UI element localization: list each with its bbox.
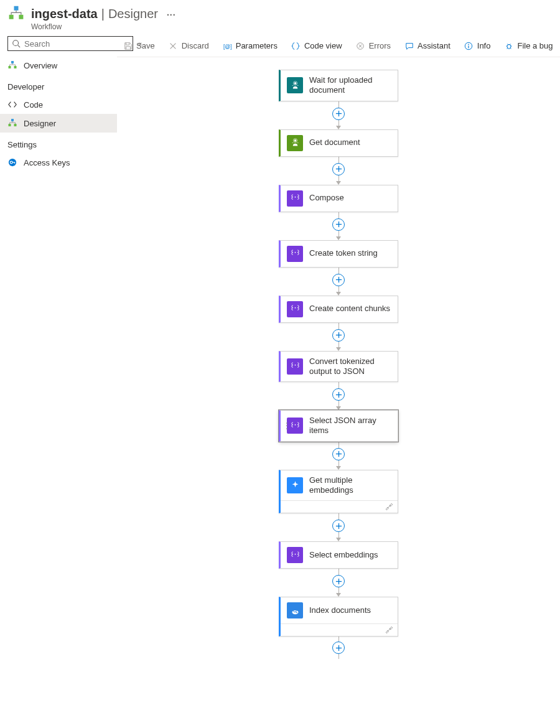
- nav-label: Access Keys: [24, 158, 70, 167]
- connector: [332, 101, 345, 129]
- nav-item-access-keys[interactable]: Access Keys: [0, 153, 117, 172]
- svg-text:[@]: [@]: [223, 43, 231, 49]
- save-button[interactable]: Save: [119, 39, 159, 53]
- svg-rect-10: [14, 124, 17, 126]
- workflow-node[interactable]: Index documents 🔗︎: [279, 597, 398, 637]
- parameters-icon: [@]: [223, 41, 232, 50]
- add-step-button[interactable]: [332, 108, 345, 120]
- node-type-icon: [287, 135, 303, 151]
- node-footer: 🔗︎: [281, 623, 398, 636]
- add-step-button[interactable]: [332, 575, 345, 587]
- nav-item-designer[interactable]: Designer: [0, 114, 117, 133]
- tool-label: Errors: [369, 41, 391, 50]
- workflow-node[interactable]: Wait for uploaded document: [279, 70, 398, 101]
- header-more-button[interactable]: ···: [167, 10, 176, 20]
- assistant-button[interactable]: Assistant: [401, 39, 454, 53]
- node-title: Index documents: [309, 605, 371, 615]
- add-step-button[interactable]: [332, 163, 345, 175]
- errors-icon: [356, 41, 365, 50]
- link-icon: 🔗︎: [385, 626, 393, 635]
- node-title: Select JSON array items: [309, 416, 391, 436]
- nav-item-code[interactable]: Code: [0, 95, 117, 114]
- chat-icon: [404, 41, 414, 50]
- node-title: Get multiple embeddings: [309, 475, 391, 496]
- workflow-node[interactable]: Get multiple embeddings 🔗︎: [279, 470, 398, 514]
- node-type-icon: [287, 547, 303, 563]
- nav-item-overview[interactable]: Overview: [0, 56, 117, 75]
- svg-point-43: [294, 307, 296, 309]
- connector: [332, 513, 345, 541]
- parameters-button[interactable]: [@] Parameters: [219, 39, 281, 53]
- nav-label: Code: [24, 100, 43, 110]
- node-footer: 🔗︎: [281, 500, 398, 513]
- tool-label: Parameters: [236, 41, 278, 50]
- code-icon: [7, 100, 17, 110]
- node-title: Convert tokenized output to JSON: [309, 357, 391, 377]
- add-step-button[interactable]: [332, 388, 345, 401]
- workflow-node[interactable]: ⋮ Select JSON array items: [279, 410, 398, 442]
- nav-label: Designer: [24, 119, 56, 128]
- sidebar: « Overview Developer Code: [0, 35, 117, 728]
- workflow-node[interactable]: Create token string: [279, 240, 398, 268]
- main-area: Save Discard [@] Parameters Code view Er…: [117, 35, 560, 728]
- workflow-node[interactable]: Get document: [279, 129, 398, 157]
- svg-rect-7: [14, 66, 17, 68]
- tool-label: Assistant: [418, 41, 450, 50]
- nav-label: Overview: [24, 61, 57, 70]
- svg-rect-2: [19, 15, 23, 19]
- svg-rect-6: [9, 66, 11, 68]
- toolbar: Save Discard [@] Parameters Code view Er…: [117, 35, 560, 57]
- discard-button[interactable]: Discard: [165, 39, 213, 53]
- node-type-icon: [287, 301, 303, 317]
- svg-point-49: [294, 424, 296, 426]
- tool-label: File a bug: [517, 41, 553, 50]
- tool-label: Discard: [182, 41, 209, 50]
- svg-point-25: [294, 82, 296, 85]
- svg-rect-9: [9, 124, 11, 126]
- connector: [332, 157, 345, 185]
- node-title: Wait for uploaded document: [309, 75, 391, 96]
- file-bug-button[interactable]: File a bug: [500, 39, 556, 53]
- page-section: Designer: [108, 7, 158, 21]
- page-subtitle: Workflow: [31, 22, 560, 31]
- title-separator: |: [101, 7, 105, 21]
- nav-group-developer: Developer: [0, 77, 117, 95]
- info-button[interactable]: Info: [460, 39, 495, 53]
- workflow-node[interactable]: Compose: [279, 185, 398, 212]
- add-step-button[interactable]: [332, 329, 345, 342]
- search-input[interactable]: [24, 39, 129, 49]
- tool-label: Save: [136, 41, 155, 50]
- node-title: Compose: [309, 193, 344, 203]
- svg-rect-0: [14, 6, 19, 11]
- save-icon: [123, 41, 133, 50]
- add-step-button[interactable]: [332, 642, 345, 654]
- code-view-button[interactable]: Code view: [287, 39, 346, 53]
- designer-icon: [7, 118, 17, 128]
- link-icon: 🔗︎: [385, 503, 393, 511]
- add-step-button[interactable]: [332, 218, 345, 231]
- svg-point-3: [13, 40, 19, 46]
- workflow-node[interactable]: Convert tokenized output to JSON: [279, 351, 398, 383]
- errors-button[interactable]: Errors: [352, 39, 394, 53]
- page-header: ingest-data | Designer ···: [0, 0, 560, 25]
- search-icon: [12, 39, 21, 48]
- node-title: Create content chunks: [309, 304, 390, 314]
- connector: [332, 442, 345, 470]
- svg-rect-1: [9, 15, 14, 19]
- designer-canvas[interactable]: Wait for uploaded document Get document …: [117, 57, 560, 728]
- connector: [332, 382, 345, 410]
- node-type-icon: [287, 358, 303, 375]
- search-input-wrap[interactable]: [7, 36, 133, 51]
- access-keys-icon: [7, 157, 17, 167]
- add-step-button[interactable]: [332, 520, 345, 532]
- drag-handle-icon[interactable]: ⋮: [283, 424, 291, 427]
- svg-rect-5: [11, 61, 14, 63]
- workflow-node[interactable]: Select embeddings: [279, 541, 398, 569]
- bug-icon: [504, 41, 513, 50]
- node-title: Select embeddings: [309, 550, 378, 560]
- svg-point-37: [294, 197, 296, 198]
- add-step-button[interactable]: [332, 448, 345, 460]
- add-step-button[interactable]: [332, 274, 345, 286]
- svg-rect-8: [11, 119, 14, 121]
- workflow-node[interactable]: Create content chunks: [279, 296, 398, 323]
